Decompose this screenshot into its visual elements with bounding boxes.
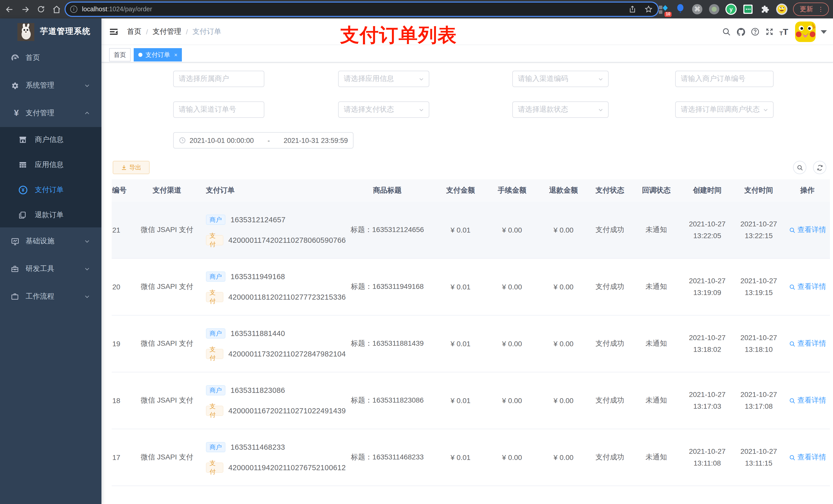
sidebar-item-workflow[interactable]: 工作流程 — [0, 283, 101, 310]
more-dots-icon[interactable]: ⋮ — [818, 6, 824, 12]
sidebar-item-payment[interactable]: ¥ 支付管理 — [0, 99, 101, 127]
filter-input[interactable]: 请输入渠道订单号 — [173, 101, 264, 118]
sidebar-item-pay-order[interactable]: ¥ 支付订单 — [0, 177, 101, 202]
cell-title: 标题：1635311468233 — [346, 429, 435, 485]
close-icon[interactable]: × — [174, 52, 177, 58]
placeholder-text: 请选择订单回调商户状态 — [681, 105, 760, 114]
pay-tag: 支付 — [206, 292, 223, 302]
cell-paid: 2021-10-2713:18:10 — [733, 315, 785, 372]
filter-select[interactable]: 请选择应用信息 — [338, 71, 429, 87]
cell-order-no: 商户1635311823086支付42000011672021102710224… — [205, 373, 346, 429]
cell-notify: 未通知 — [630, 429, 682, 485]
y-extension-icon[interactable]: y — [725, 4, 737, 15]
logo-rabbit-image — [18, 23, 34, 41]
cell-action: 查看详情 — [785, 373, 830, 429]
puzzle-icon[interactable] — [759, 4, 770, 15]
sidebar-item-home[interactable]: 首页 — [0, 44, 101, 72]
table-search-button[interactable] — [793, 161, 806, 174]
url-bar[interactable]: i localhost:1024/pay/order — [66, 3, 658, 16]
text-size-icon[interactable]: TT — [777, 27, 791, 36]
date-range-input[interactable]: 2021-10-01 00:00:00-2021-10-31 23:59:59 — [173, 132, 354, 148]
share-icon[interactable] — [628, 5, 636, 13]
cell-created: 2021-10-2713:22:05 — [682, 202, 733, 258]
command-extension-icon[interactable]: ⌘ — [692, 4, 703, 15]
cell-amount: ¥ 0.01 — [435, 259, 486, 315]
tags-view-bar: 首页 支付订单× — [101, 45, 833, 63]
briefcase-icon — [11, 292, 22, 301]
tab-pay-order[interactable]: 支付订单× — [134, 48, 182, 62]
fullscreen-icon[interactable] — [762, 27, 777, 37]
table-row: 18微信 JSAPI 支付商户1635311823086支付4200001167… — [112, 373, 830, 429]
col-header-notify: 回调状态 — [630, 186, 682, 195]
sidebar-item-app-info[interactable]: 应用信息 — [0, 152, 101, 177]
info-icon[interactable]: i — [70, 6, 77, 13]
dashboard-icon — [11, 53, 22, 62]
filter-input[interactable]: 请选择所属商户 — [173, 71, 264, 87]
shop-icon — [19, 135, 30, 144]
merchant-tag: 商户 — [206, 271, 225, 282]
caret-down-icon[interactable] — [821, 30, 827, 33]
sidebar-item-system[interactable]: 系统管理 — [0, 72, 101, 99]
view-detail-link[interactable]: 查看详情 — [789, 453, 826, 462]
export-button[interactable]: 导出 — [113, 161, 149, 174]
col-header-created: 创建时间 — [682, 186, 733, 195]
view-detail-link[interactable]: 查看详情 — [789, 339, 826, 348]
cell-title: 标题：1635312124656 — [346, 202, 435, 258]
cell-paid: 2021-10-2713:19:15 — [733, 259, 785, 315]
home-icon[interactable] — [52, 5, 61, 14]
filter-select[interactable]: 请输入渠道编码 — [512, 71, 609, 87]
cell-status: 支付成功 — [589, 373, 630, 429]
view-detail-link[interactable]: 查看详情 — [789, 225, 826, 235]
cell-title: 标题：1635311949168 — [346, 259, 435, 315]
diamond-extension-icon[interactable]: 10 — [658, 4, 669, 15]
avatar[interactable] — [795, 22, 815, 42]
view-detail-link[interactable]: 查看详情 — [789, 282, 826, 291]
cell-fee: ¥ 0.00 — [486, 315, 538, 372]
star-icon[interactable] — [644, 5, 653, 13]
filter-select[interactable]: 请选择退款状态 — [512, 101, 609, 118]
forward-icon[interactable] — [21, 5, 30, 14]
gear-icon — [11, 81, 22, 90]
cell-fee: ¥ 0.00 — [486, 429, 538, 485]
pay-tag: 支付 — [206, 462, 223, 473]
dot-extension-icon[interactable] — [709, 4, 720, 15]
sidebar-item-infra[interactable]: 基础设施 — [0, 227, 101, 255]
cell-created: 2021-10-2713:17:03 — [682, 373, 733, 429]
cell-refund: ¥ 0.00 — [538, 373, 589, 429]
filter-select[interactable]: 请选择支付状态 — [338, 101, 429, 118]
balloon-extension-icon[interactable] — [675, 4, 686, 15]
emoji-avatar-icon[interactable] — [776, 4, 787, 15]
view-detail-link[interactable]: 查看详情 — [789, 396, 826, 405]
chat-extension-icon[interactable] — [742, 4, 754, 15]
sidebar-item-dev-tools[interactable]: 研发工具 — [0, 255, 101, 283]
reload-icon[interactable] — [37, 5, 45, 13]
col-header-channel: 支付渠道 — [129, 186, 205, 195]
search-icon[interactable] — [719, 27, 734, 37]
chevron-down-icon — [419, 107, 424, 113]
sidebar-item-merchant-info[interactable]: 商户信息 — [0, 127, 101, 152]
cell-order-no: 商户1635311881440支付42000011732021102728479… — [205, 315, 346, 372]
back-icon[interactable] — [5, 5, 14, 14]
col-header-amount: 支付金额 — [435, 186, 486, 195]
filter-select[interactable]: 请选择订单回调商户状态 — [675, 101, 774, 118]
placeholder-text: 请输入渠道编码 — [518, 74, 568, 83]
cell-amount: ¥ 0.01 — [435, 429, 486, 485]
col-header-title: 商品标题 — [346, 186, 435, 195]
cell-channel: 微信 JSAPI 支付 — [129, 373, 205, 429]
table-header-row: 编号 支付渠道 支付订单 商品标题 支付金额 手续金额 退款金额 支付状态 回调… — [112, 179, 830, 202]
cell-notify: 未通知 — [630, 373, 682, 429]
url-text[interactable]: localhost:1024/pay/order — [82, 6, 628, 13]
cell-notify: 未通知 — [630, 202, 682, 258]
chevron-down-icon — [419, 76, 424, 82]
tab-home[interactable]: 首页 — [109, 48, 130, 62]
cell-status: 支付成功 — [589, 259, 630, 315]
update-button[interactable]: 更新 ⋮ — [793, 3, 829, 16]
table-refresh-button[interactable] — [813, 161, 826, 174]
table-row: 19微信 JSAPI 支付商户1635311881440支付4200001173… — [112, 315, 830, 373]
cell-action: 查看详情 — [785, 259, 830, 315]
github-icon[interactable] — [734, 27, 748, 37]
help-icon[interactable] — [748, 27, 762, 37]
sidebar-item-refund-order[interactable]: 退款订单 — [0, 202, 101, 227]
filter-input[interactable]: 请输入商户订单编号 — [675, 71, 774, 87]
cell-title: 标题：1635311881439 — [346, 315, 435, 372]
